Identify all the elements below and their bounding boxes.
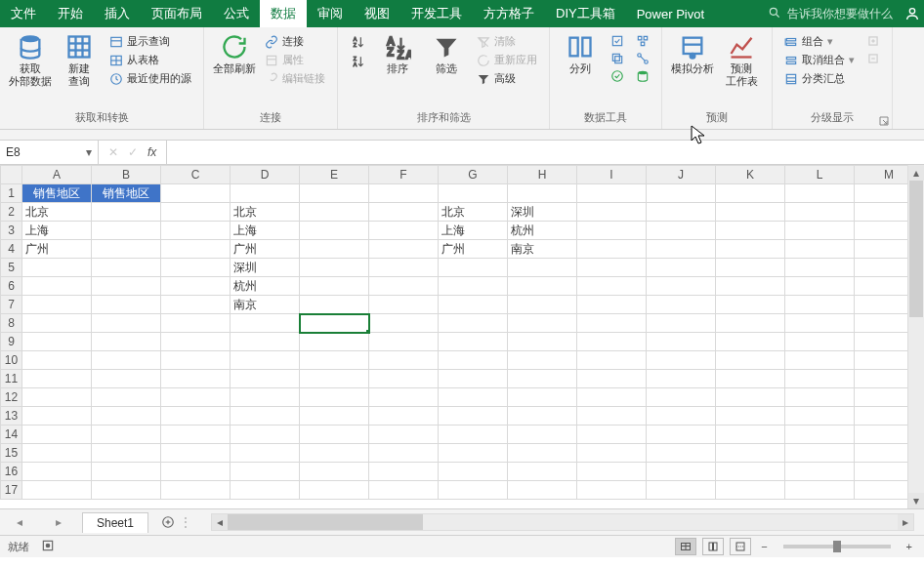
cell-L1[interactable] xyxy=(785,184,855,203)
cell-A2[interactable]: 北京 xyxy=(22,203,92,222)
cell-E12[interactable] xyxy=(300,388,369,407)
cell-F2[interactable] xyxy=(369,203,439,222)
filter-button[interactable]: 筛选 xyxy=(422,31,471,77)
column-header-K[interactable]: K xyxy=(716,166,785,184)
cell-H6[interactable] xyxy=(508,277,577,296)
connections-button[interactable]: 连接 xyxy=(263,33,327,50)
cell-B8[interactable] xyxy=(92,314,161,333)
cell-K3[interactable] xyxy=(716,222,785,240)
cell-G8[interactable] xyxy=(439,314,508,333)
cell-B9[interactable] xyxy=(92,333,161,351)
cell-D10[interactable] xyxy=(231,351,300,370)
cell-A8[interactable] xyxy=(22,314,92,333)
show-queries-button[interactable]: 显示查询 xyxy=(107,33,193,50)
cell-E17[interactable] xyxy=(300,481,369,500)
cell-H5[interactable] xyxy=(508,259,577,277)
cell-B12[interactable] xyxy=(92,388,161,407)
zoom-in-button[interactable]: + xyxy=(903,541,916,552)
cell-L8[interactable] xyxy=(785,314,855,333)
cell-C3[interactable] xyxy=(161,222,231,240)
cell-H3[interactable]: 杭州 xyxy=(508,222,577,240)
cell-C6[interactable] xyxy=(161,277,231,296)
cell-A13[interactable] xyxy=(22,407,92,426)
cell-G16[interactable] xyxy=(439,463,508,481)
cell-F13[interactable] xyxy=(369,407,439,426)
cell-C16[interactable] xyxy=(161,463,231,481)
cell-L3[interactable] xyxy=(785,222,855,240)
cell-L11[interactable] xyxy=(785,370,855,388)
cell-F5[interactable] xyxy=(369,259,439,277)
cell-G14[interactable] xyxy=(439,426,508,444)
column-header-I[interactable]: I xyxy=(577,166,647,184)
name-box[interactable]: E8 ▾ xyxy=(0,141,99,164)
cell-K13[interactable] xyxy=(716,407,785,426)
tab-diy[interactable]: DIY工具箱 xyxy=(545,0,626,27)
cell-B16[interactable] xyxy=(92,463,161,481)
cell-D6[interactable]: 杭州 xyxy=(231,277,300,296)
cell-F1[interactable] xyxy=(369,184,439,203)
cell-K1[interactable] xyxy=(716,184,785,203)
cell-K6[interactable] xyxy=(716,277,785,296)
column-header-A[interactable]: A xyxy=(22,166,92,184)
cell-D13[interactable] xyxy=(231,407,300,426)
cell-J10[interactable] xyxy=(647,351,716,370)
cell-I4[interactable] xyxy=(577,240,647,259)
cell-H10[interactable] xyxy=(508,351,577,370)
account-icon[interactable] xyxy=(901,0,924,27)
macro-record-icon[interactable] xyxy=(41,539,55,554)
cell-J9[interactable] xyxy=(647,333,716,351)
cell-B5[interactable] xyxy=(92,259,161,277)
cell-A16[interactable] xyxy=(22,463,92,481)
cell-A5[interactable] xyxy=(22,259,92,277)
column-header-L[interactable]: L xyxy=(785,166,855,184)
cell-I16[interactable] xyxy=(577,463,647,481)
cell-E15[interactable] xyxy=(300,444,369,463)
spreadsheet-grid[interactable]: ABCDEFGHIJKLM1销售地区销售地区2北京北京北京深圳3上海上海上海杭州… xyxy=(0,165,924,500)
row-header-6[interactable]: 6 xyxy=(1,277,22,296)
cell-I7[interactable] xyxy=(577,296,647,314)
cell-D12[interactable] xyxy=(231,388,300,407)
cell-G13[interactable] xyxy=(439,407,508,426)
cell-I2[interactable] xyxy=(577,203,647,222)
cell-C5[interactable] xyxy=(161,259,231,277)
cell-J7[interactable] xyxy=(647,296,716,314)
cell-F6[interactable] xyxy=(369,277,439,296)
cell-K9[interactable] xyxy=(716,333,785,351)
cell-D9[interactable] xyxy=(231,333,300,351)
cell-G2[interactable]: 北京 xyxy=(439,203,508,222)
cell-E7[interactable] xyxy=(300,296,369,314)
cell-K8[interactable] xyxy=(716,314,785,333)
cell-L13[interactable] xyxy=(785,407,855,426)
cell-E14[interactable] xyxy=(300,426,369,444)
cell-J14[interactable] xyxy=(647,426,716,444)
split-handle[interactable]: ⋮ xyxy=(180,515,191,529)
cell-A9[interactable] xyxy=(22,333,92,351)
cell-B2[interactable] xyxy=(92,203,161,222)
column-header-G[interactable]: G xyxy=(439,166,508,184)
cell-E10[interactable] xyxy=(300,351,369,370)
sheet-tab-active[interactable]: Sheet1 xyxy=(82,512,148,533)
vertical-scrollbar[interactable]: ▴ ▾ xyxy=(907,165,924,508)
refresh-all-button[interactable]: 全部刷新 xyxy=(210,31,259,77)
subtotal-button[interactable]: 分类汇总 xyxy=(782,70,857,87)
cell-H4[interactable]: 南京 xyxy=(508,240,577,259)
cell-F12[interactable] xyxy=(369,388,439,407)
cell-I10[interactable] xyxy=(577,351,647,370)
tab-ffgz[interactable]: 方方格子 xyxy=(473,0,545,27)
cell-J8[interactable] xyxy=(647,314,716,333)
cell-A7[interactable] xyxy=(22,296,92,314)
cell-H14[interactable] xyxy=(508,426,577,444)
page-break-view-button[interactable] xyxy=(730,538,751,555)
tell-me-search[interactable]: 告诉我你想要做什么 xyxy=(760,0,901,27)
column-header-E[interactable]: E xyxy=(300,166,369,184)
cell-A4[interactable]: 广州 xyxy=(22,240,92,259)
column-header-H[interactable]: H xyxy=(508,166,577,184)
cell-I11[interactable] xyxy=(577,370,647,388)
tab-developer[interactable]: 开发工具 xyxy=(400,0,473,27)
cell-C9[interactable] xyxy=(161,333,231,351)
cell-G11[interactable] xyxy=(439,370,508,388)
cell-K10[interactable] xyxy=(716,351,785,370)
cell-I15[interactable] xyxy=(577,444,647,463)
formula-bar-input[interactable] xyxy=(167,141,924,164)
data-validation-button[interactable] xyxy=(609,68,626,84)
